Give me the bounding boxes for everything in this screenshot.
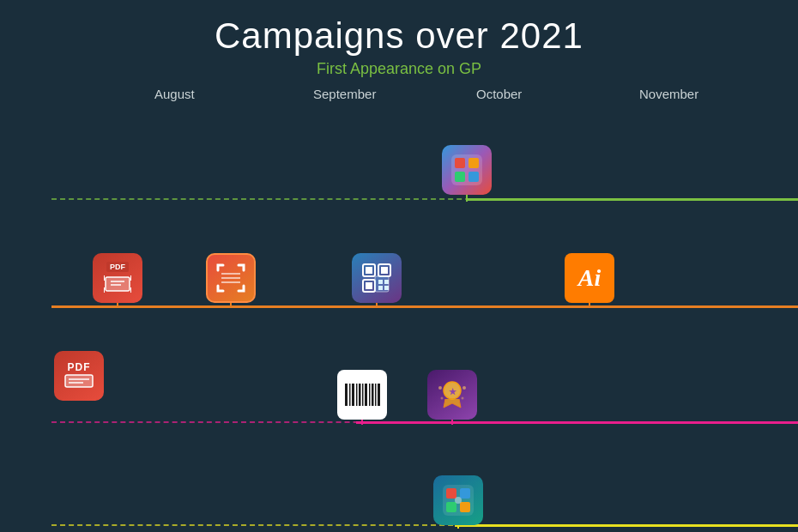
pink-solid-line xyxy=(356,421,798,424)
svg-rect-33 xyxy=(359,384,361,406)
month-september: September xyxy=(313,87,376,101)
icon-barcode xyxy=(337,370,387,420)
svg-rect-37 xyxy=(372,384,374,406)
page-subtitle: First Appearance on GP xyxy=(0,60,798,78)
svg-rect-31 xyxy=(352,384,354,406)
svg-rect-47 xyxy=(446,488,456,499)
svg-rect-1 xyxy=(455,158,465,168)
month-labels: August September October November xyxy=(51,87,798,112)
icon-pdf-red: PDF xyxy=(54,351,104,401)
qr-connector xyxy=(376,303,378,308)
svg-rect-2 xyxy=(469,158,479,168)
svg-rect-29 xyxy=(345,384,348,406)
icon-purple-badge: ★ xyxy=(427,370,477,420)
barcode-connector xyxy=(361,420,363,425)
scan-frame-connector xyxy=(230,303,232,308)
svg-rect-34 xyxy=(362,384,364,406)
svg-point-45 xyxy=(462,397,464,400)
magnet-app-connector xyxy=(457,525,459,529)
icon-qr xyxy=(352,253,402,303)
svg-rect-49 xyxy=(446,502,456,512)
month-august: August xyxy=(154,87,195,101)
page-title: Campaigns over 2021 xyxy=(0,0,798,57)
icon-magnet-app xyxy=(433,475,483,525)
svg-rect-35 xyxy=(365,384,367,406)
svg-rect-16 xyxy=(366,267,372,274)
svg-point-42 xyxy=(438,386,442,390)
svg-rect-25 xyxy=(375,276,389,292)
month-november: November xyxy=(639,87,698,101)
svg-rect-26 xyxy=(65,375,93,387)
svg-rect-18 xyxy=(381,267,388,274)
svg-rect-5 xyxy=(106,277,130,291)
icon-pdf-scanner: PDF xyxy=(93,253,142,303)
purple-badge-connector xyxy=(451,420,453,425)
icon-colorful-app xyxy=(442,145,492,195)
svg-rect-3 xyxy=(455,172,465,182)
svg-rect-39 xyxy=(378,384,380,406)
svg-rect-4 xyxy=(469,172,479,182)
ai-label: Ai xyxy=(578,264,601,292)
svg-rect-48 xyxy=(460,488,470,499)
svg-point-44 xyxy=(441,397,444,400)
svg-rect-32 xyxy=(356,384,358,406)
svg-point-43 xyxy=(462,386,466,390)
ai-connector xyxy=(589,303,590,308)
yellow-solid-line xyxy=(455,524,798,527)
colorful-app-connector xyxy=(466,195,468,202)
svg-rect-50 xyxy=(460,502,470,512)
svg-rect-20 xyxy=(366,282,372,289)
svg-point-51 xyxy=(455,497,462,504)
svg-rect-30 xyxy=(349,384,351,406)
timeline-container: August September October November PDF xyxy=(0,87,798,490)
svg-rect-38 xyxy=(375,384,377,406)
icon-scan-frame xyxy=(206,253,256,303)
svg-rect-36 xyxy=(369,384,371,406)
green-solid-line xyxy=(468,198,798,201)
pdf-scanner-connector xyxy=(117,303,118,308)
svg-text:★: ★ xyxy=(449,387,457,396)
orange-solid-line xyxy=(51,305,798,308)
icon-ai: Ai xyxy=(565,253,614,303)
month-october: October xyxy=(476,87,522,101)
